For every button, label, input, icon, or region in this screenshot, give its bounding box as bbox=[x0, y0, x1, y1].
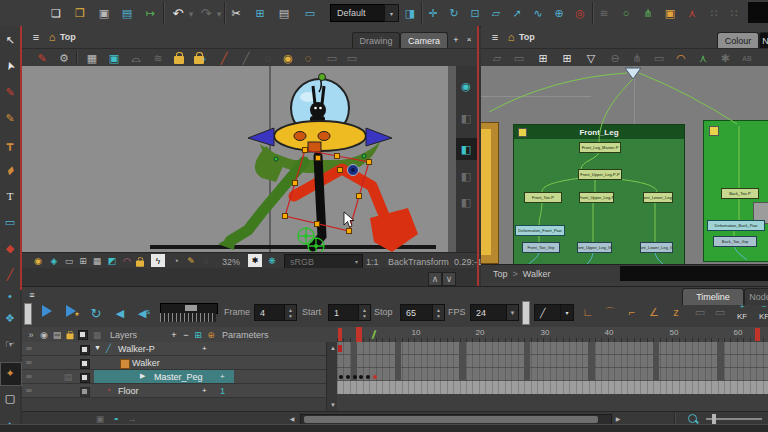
start-spin-arrows[interactable]: ▲▼ bbox=[358, 305, 370, 320]
pose-tool-icon[interactable]: ◎ bbox=[572, 5, 588, 21]
loop-button[interactable]: ↻ bbox=[88, 305, 104, 321]
status-pin-icon[interactable]: ◈ bbox=[48, 255, 60, 267]
hscroll-thumb[interactable] bbox=[304, 416, 598, 423]
status-bolt-icon[interactable]: ϟ bbox=[151, 254, 165, 267]
flipbook-icon[interactable]: ▭ bbox=[302, 5, 318, 21]
misc-b-icon[interactable]: ▭ bbox=[344, 50, 360, 66]
fps-select[interactable]: 24▼ bbox=[470, 304, 519, 321]
node-out-icon[interactable]: ▭ bbox=[511, 50, 527, 66]
paste-mode-a-icon[interactable]: ▭ bbox=[692, 304, 708, 320]
expand-icon[interactable]: ▼ bbox=[94, 344, 101, 351]
stop-spin-arrows[interactable]: ▲▼ bbox=[432, 305, 444, 320]
status-brush-icon[interactable]: ✎ bbox=[185, 255, 197, 267]
node-graph[interactable]: Front_Leg bbox=[481, 66, 768, 264]
rotate-tool-icon[interactable]: ↻ bbox=[446, 5, 462, 21]
kf-dot-2[interactable] bbox=[346, 375, 350, 379]
row-toggle-icon[interactable]: ∞ bbox=[26, 372, 32, 381]
viewport-scrollbar-v[interactable] bbox=[448, 66, 456, 252]
redo-icon[interactable]: ↷ bbox=[198, 5, 214, 21]
branch-icon[interactable]: ⋔ bbox=[629, 50, 645, 66]
light-table-icon[interactable]: ◌ bbox=[260, 50, 276, 66]
layer-name[interactable]: Walker bbox=[132, 358, 160, 368]
layer-param-value[interactable]: 1 bbox=[220, 386, 225, 396]
breadcrumb-root[interactable]: Top bbox=[493, 269, 508, 279]
node-front-toe-p[interactable]: Front_Toe-P bbox=[524, 192, 562, 203]
hand-tool-icon[interactable]: ☞ bbox=[2, 336, 18, 352]
node-back-toe-grp[interactable]: Back_Toe_Grp bbox=[713, 236, 757, 247]
add-peg-icon[interactable]: ⊞ bbox=[559, 50, 575, 66]
grid-b-icon[interactable]: ∷ bbox=[726, 5, 742, 21]
add-view-icon[interactable]: + bbox=[450, 34, 462, 46]
tab-camera[interactable]: Camera bbox=[400, 32, 448, 49]
ease-in-icon[interactable]: ⌒ bbox=[602, 304, 618, 320]
layer-name[interactable]: Floor bbox=[118, 386, 139, 396]
sound-button[interactable]: ◀ bbox=[112, 305, 128, 321]
row-toggle-icon[interactable]: ∞ bbox=[26, 344, 32, 353]
node-deform-front-paw[interactable]: Deformation_Front_Paw bbox=[515, 225, 565, 236]
floor-exposure-row[interactable] bbox=[337, 381, 768, 394]
pencil-tool-icon[interactable]: ✎ bbox=[2, 110, 18, 126]
fps-caret[interactable]: ▼ bbox=[506, 305, 518, 320]
zoom-level[interactable]: 32% bbox=[222, 257, 240, 267]
ease-stop-motion-icon[interactable]: ∟ bbox=[580, 304, 596, 320]
frame-grid[interactable] bbox=[337, 342, 768, 394]
group-yellow-partial[interactable] bbox=[481, 122, 499, 264]
row-toggle-icon[interactable]: ∞ bbox=[26, 358, 32, 367]
layer-row-floor[interactable]: ∞ ◔ Floor + 1 bbox=[22, 384, 337, 398]
header-check-icon[interactable] bbox=[78, 330, 88, 340]
add-node-icon[interactable]: ⊞ bbox=[535, 50, 551, 66]
expand-icon[interactable]: ▶ bbox=[140, 372, 145, 380]
stroke-dashed-icon[interactable]: ╱ bbox=[238, 50, 254, 66]
jog-shuttle[interactable] bbox=[160, 313, 216, 322]
stroke-red-icon[interactable]: ╱ bbox=[216, 50, 232, 66]
node-deform-back-paw[interactable]: Deformation_Back_Paw bbox=[707, 220, 765, 231]
bulb-icon[interactable]: ◉ bbox=[280, 50, 296, 66]
layer-name[interactable]: Walker-P bbox=[118, 344, 155, 354]
playhead-marker[interactable] bbox=[356, 327, 362, 342]
solo-mode-icon[interactable]: ◉ bbox=[38, 329, 50, 341]
export-icon[interactable]: ↦ bbox=[142, 5, 158, 21]
layer-row-master-peg[interactable]: ∞ ▤ ▶ Master_Peg + bbox=[22, 370, 337, 384]
toolbar-grip[interactable] bbox=[24, 303, 32, 325]
status-wheel-icon[interactable]: ◔ bbox=[170, 255, 182, 267]
layer-row-walker[interactable]: ∞ Walker bbox=[22, 356, 337, 370]
row-stack-icon[interactable]: ▤ bbox=[62, 371, 74, 383]
open-scene-icon[interactable]: ❒ bbox=[72, 5, 88, 21]
brush-tool-icon[interactable]: ✎ bbox=[2, 84, 18, 100]
start-spinner[interactable]: 1▲▼ bbox=[328, 304, 371, 321]
range-end-marker[interactable] bbox=[755, 328, 760, 341]
add-drawing-icon[interactable]: ✎ bbox=[34, 50, 50, 66]
layers-stack-icon[interactable]: ▤ bbox=[51, 329, 63, 341]
skew-tool-icon[interactable]: ▱ bbox=[488, 5, 504, 21]
select-tool-icon[interactable]: ↖ bbox=[2, 32, 18, 48]
node-front-toe-grp[interactable]: Front_Toe_Grp bbox=[522, 242, 560, 253]
close-view-icon[interactable]: × bbox=[463, 34, 475, 46]
paint-tool-icon[interactable]: ◆ bbox=[2, 240, 18, 256]
marquee-tool-icon[interactable]: ▢ bbox=[2, 390, 18, 406]
frame-spin-arrows[interactable]: ▲▼ bbox=[284, 305, 296, 320]
branch-node-icon[interactable]: ⋔ bbox=[640, 5, 656, 21]
group-front-leg-header[interactable]: Front_Leg bbox=[514, 125, 684, 139]
grid-a-icon[interactable]: ∷ bbox=[706, 5, 722, 21]
remove-layer-icon[interactable]: − bbox=[180, 329, 192, 341]
add-drawing-layer-icon[interactable]: ⊕ bbox=[205, 329, 217, 341]
status-bulb-icon[interactable]: ◉ bbox=[32, 255, 44, 267]
expand-params-icon[interactable]: + bbox=[202, 386, 207, 395]
save-all-icon[interactable]: ▤ bbox=[119, 5, 135, 21]
ease-out-icon[interactable]: ⌐ bbox=[624, 304, 640, 320]
tab-drawing[interactable]: Drawing bbox=[352, 32, 400, 49]
eraser-tool-icon[interactable]: ▰ bbox=[0, 159, 21, 182]
workspace-select[interactable]: Default bbox=[330, 4, 390, 22]
lock-icon[interactable] bbox=[174, 52, 184, 64]
translate-tool-icon[interactable]: ✛ bbox=[425, 5, 441, 21]
tab-colour[interactable]: Colour bbox=[717, 32, 759, 49]
status-grid-icon[interactable]: ⊞ bbox=[77, 255, 89, 267]
status-rect-icon[interactable]: ▭ bbox=[63, 255, 75, 267]
camera-viewport[interactable] bbox=[22, 66, 477, 252]
grid-icon[interactable]: ▦ bbox=[84, 50, 100, 66]
tab-node[interactable]: Node bbox=[759, 32, 768, 49]
ab-icon[interactable]: AB bbox=[739, 50, 755, 66]
antenna-icon[interactable]: ◠ bbox=[673, 50, 689, 66]
star-icon[interactable]: ✱ bbox=[717, 50, 733, 66]
animate-tool-selected[interactable]: ✦ bbox=[0, 362, 22, 386]
